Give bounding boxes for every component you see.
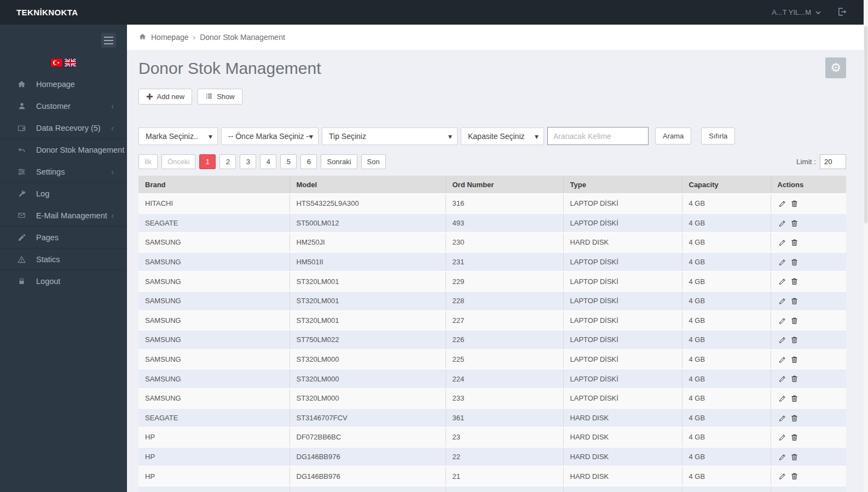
pagination-first-button[interactable]: İlk: [138, 154, 158, 169]
plus-icon: ✚: [146, 92, 153, 101]
pagination-page-button-2[interactable]: 2: [219, 154, 236, 169]
edit-icon[interactable]: [778, 277, 787, 286]
edit-icon[interactable]: [778, 199, 787, 208]
delete-icon[interactable]: [790, 219, 798, 228]
edit-icon[interactable]: [778, 414, 787, 422]
cell-actions: [771, 408, 846, 428]
sidebar-item-settings[interactable]: Settings‹: [0, 161, 127, 183]
delete-icon[interactable]: [790, 277, 798, 286]
delete-icon[interactable]: [790, 199, 798, 208]
edit-icon[interactable]: [778, 238, 787, 247]
breadcrumb-home-link[interactable]: Homepage: [151, 33, 189, 42]
pagination-prev-button[interactable]: Önceki: [161, 154, 195, 169]
edit-icon[interactable]: [778, 219, 787, 228]
list-icon: [205, 92, 213, 101]
pagination-page-button-6[interactable]: 6: [300, 154, 317, 169]
column-header-model: Model: [290, 176, 445, 194]
cell-model: ST320LM001: [290, 271, 445, 291]
edit-icon[interactable]: [778, 374, 787, 383]
sidebar-item-email-management[interactable]: E-Mail Management‹: [0, 205, 127, 227]
sidebar-item-data-recovery[interactable]: Data Recevory (5)‹: [0, 117, 127, 139]
delete-icon[interactable]: [790, 433, 798, 442]
filter-bar: Marka Seçiniz.. ▼ -- Önce Marka Seçiniz …: [138, 127, 846, 145]
sidebar-item-label: Donor Stok Management: [36, 146, 124, 154]
column-header-actions: Actions: [771, 176, 846, 194]
edit-icon[interactable]: [778, 335, 787, 344]
cell-brand: SAMSUNG: [138, 291, 290, 311]
edit-icon[interactable]: [778, 297, 787, 305]
sidebar-item-log[interactable]: Log: [0, 183, 127, 205]
wallet-icon: [16, 124, 27, 132]
cell-type: HARD DISK: [563, 233, 682, 252]
delete-icon[interactable]: [790, 297, 798, 305]
edit-icon[interactable]: [778, 453, 787, 461]
logout-button[interactable]: [836, 7, 847, 19]
warning-icon: [16, 255, 27, 264]
capacity-select[interactable]: Kapasite Seçiniz ▼: [461, 128, 544, 145]
cell-model: HM501II: [290, 252, 445, 272]
gear-icon: ⚙: [830, 62, 841, 74]
delete-icon[interactable]: [790, 238, 798, 247]
edit-icon[interactable]: [778, 433, 787, 442]
search-input[interactable]: [547, 127, 649, 145]
reset-button[interactable]: Sıfırla: [701, 128, 735, 144]
turkish-flag-icon[interactable]: [51, 59, 62, 67]
add-new-button[interactable]: ✚ Add new: [138, 89, 192, 105]
sidebar-item-customer[interactable]: Customer‹: [0, 95, 127, 117]
edit-icon[interactable]: [778, 258, 787, 267]
language-switcher: [0, 59, 127, 67]
cell-brand: SAMSUNG: [138, 271, 290, 291]
sidebar-menu: HomepageCustomer‹Data Recevory (5)‹Donor…: [0, 73, 127, 292]
sidebar-item-pages[interactable]: Pages: [0, 227, 127, 248]
settings-gear-button[interactable]: ⚙: [825, 57, 846, 78]
logout-exit-icon: [836, 7, 847, 19]
sidebar-item-donor-stok-management[interactable]: Donor Stok Management: [0, 139, 127, 161]
pagination-page-button-4[interactable]: 4: [260, 154, 276, 169]
delete-icon[interactable]: [790, 374, 798, 383]
edit-icon[interactable]: [778, 355, 787, 364]
delete-icon[interactable]: [790, 316, 798, 325]
limit-input[interactable]: [820, 154, 846, 169]
delete-icon[interactable]: [790, 472, 798, 481]
sidebar-item-homepage[interactable]: Homepage: [0, 73, 127, 95]
delete-icon[interactable]: [790, 394, 798, 403]
scrollbar-thumb[interactable]: [864, 26, 867, 223]
pagination-last-button[interactable]: Son: [361, 154, 386, 169]
app-window: TEKNİKNOKTA A...T YIL...M: [0, 0, 868, 492]
english-flag-icon[interactable]: [65, 59, 76, 67]
cell-actions: [771, 389, 846, 408]
edit-icon[interactable]: [778, 394, 787, 403]
sidebar-item-statics[interactable]: Statics: [0, 248, 127, 270]
sidebar-item-logout[interactable]: Logout: [0, 270, 127, 292]
column-header-capacity: Capacity: [682, 176, 771, 194]
user-menu[interactable]: A...T YIL...M: [772, 8, 821, 16]
sidebar-toggle-button[interactable]: [101, 33, 116, 48]
table-row: SEAGATEST3146707FCV361HARD DISK4 GB: [138, 408, 846, 428]
delete-icon[interactable]: [790, 453, 798, 461]
show-button[interactable]: Show: [198, 89, 242, 105]
delete-icon[interactable]: [790, 355, 798, 364]
page-title: Donor Stok Management: [138, 57, 321, 80]
brand-select[interactable]: Marka Seçiniz.. ▼: [138, 128, 218, 145]
delete-icon[interactable]: [790, 335, 798, 344]
pagination-page-button-1[interactable]: 1: [199, 154, 216, 169]
sidebar-item-label: Homepage: [36, 80, 75, 89]
pagination-page-button-5[interactable]: 5: [280, 154, 297, 169]
model-select[interactable]: -- Önce Marka Seçiniz -- ▼: [221, 128, 319, 145]
delete-icon[interactable]: [790, 414, 798, 422]
pagination-page-button-3[interactable]: 3: [240, 154, 256, 169]
search-button[interactable]: Arama: [655, 128, 691, 144]
pagination-next-button[interactable]: Sonraki: [321, 154, 357, 169]
cell-capacity: 4 GB: [682, 194, 771, 213]
page-scrollbar[interactable]: [864, 0, 868, 492]
edit-icon[interactable]: [778, 316, 787, 325]
cell-capacity: 4 GB: [682, 271, 771, 291]
top-bar-right: A...T YIL...M: [772, 7, 847, 19]
edit-icon[interactable]: [778, 472, 787, 481]
cell-actions: [771, 233, 846, 252]
delete-icon[interactable]: [790, 258, 798, 267]
cell-type: LAPTOP DİSKİ: [563, 252, 682, 272]
type-select[interactable]: Tip Seçiniz ▼: [322, 128, 458, 145]
cell-model: ST3146707FCV: [290, 408, 445, 428]
cell-capacity: 4 GB: [682, 389, 771, 408]
